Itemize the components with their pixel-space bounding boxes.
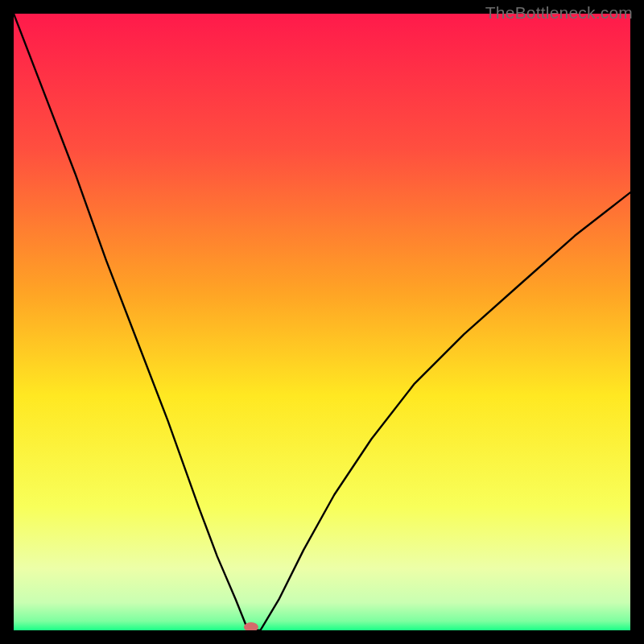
chart-svg <box>14 14 630 630</box>
gradient-background <box>14 14 630 630</box>
chart-frame: TheBottleneck.com <box>0 0 644 644</box>
plot-area <box>14 14 630 630</box>
watermark-text: TheBottleneck.com <box>485 3 633 23</box>
